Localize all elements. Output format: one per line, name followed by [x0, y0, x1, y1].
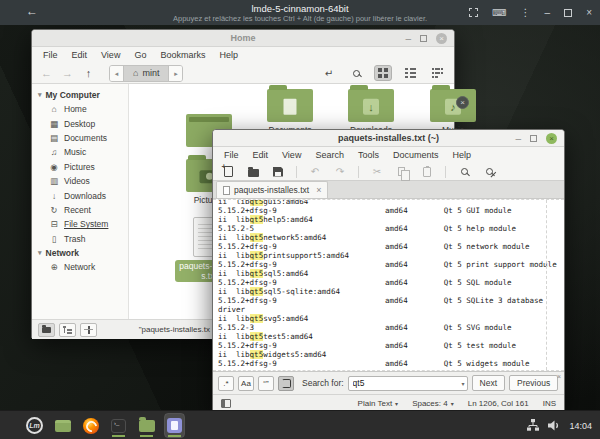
- editor-view[interactable]: ii libqt5gui5:amd645.15.2+dfsg-9 amd64 Q…: [213, 199, 564, 371]
- save-button[interactable]: [271, 165, 285, 179]
- breadcrumb-left-icon[interactable]: ◂: [110, 66, 123, 81]
- menu-edit[interactable]: Edit: [65, 50, 95, 60]
- vm-minimize-button[interactable]: –: [545, 8, 551, 18]
- tab-width-selector[interactable]: Spaces: 4 ▾: [412, 399, 454, 408]
- mint-logo-icon: Lm: [26, 417, 43, 434]
- sidebar-section-network[interactable]: ▾Network: [32, 246, 128, 260]
- open-button[interactable]: [246, 165, 260, 179]
- menu-go[interactable]: Go: [127, 50, 153, 60]
- new-document-button[interactable]: [221, 165, 235, 179]
- menu-search[interactable]: Search: [308, 150, 351, 160]
- videos-icon: ▥: [49, 176, 59, 186]
- search-input[interactable]: [348, 376, 468, 391]
- minimize-button[interactable]: –: [515, 135, 521, 143]
- dropdown-icon: ▾: [451, 400, 454, 407]
- whole-word-toggle-button[interactable]: “”: [258, 376, 274, 391]
- terminal-launcher[interactable]: [109, 414, 128, 437]
- search-input-wrap: ▾: [348, 376, 468, 391]
- network-icon[interactable]: [527, 417, 539, 435]
- vm-maximize-button[interactable]: [564, 9, 572, 17]
- edit-location-button[interactable]: ↵: [320, 65, 338, 81]
- kebab-menu-icon[interactable]: ⋮: [521, 8, 531, 18]
- desktop-close-icon[interactable]: ×: [456, 96, 469, 109]
- previous-button[interactable]: Previous: [509, 375, 558, 391]
- show-places-button[interactable]: [38, 323, 55, 337]
- menu-file[interactable]: File: [217, 150, 246, 160]
- menu-file[interactable]: File: [36, 50, 65, 60]
- back-icon[interactable]: ←: [26, 4, 38, 18]
- sidebar-item-file-system[interactable]: ⊟File System: [32, 217, 128, 231]
- sidebar-item-recent[interactable]: ↻Recent: [32, 203, 128, 217]
- sidebar-section-label: My Computer: [46, 90, 100, 100]
- show-desktop-icon: [55, 420, 71, 432]
- tab-paquets-installes[interactable]: paquets-installes.txt ×: [216, 181, 328, 198]
- list-view-button[interactable]: [401, 65, 419, 81]
- nav-up-button[interactable]: ↑: [80, 67, 97, 79]
- breadcrumb-location-button[interactable]: ⌂ mint: [123, 66, 169, 81]
- volume-icon[interactable]: [548, 417, 560, 435]
- paste-button[interactable]: [420, 165, 434, 179]
- zoom-slider[interactable]: [80, 323, 97, 337]
- menu-bookmarks[interactable]: Bookmarks: [153, 50, 212, 60]
- tab-close-icon[interactable]: ×: [316, 185, 321, 195]
- menu-help[interactable]: Help: [445, 150, 478, 160]
- close-button[interactable]: ×: [546, 133, 557, 144]
- search-history-dropdown-icon[interactable]: ▾: [462, 380, 465, 387]
- keyboard-icon[interactable]: ⌨: [492, 8, 506, 18]
- show-treeview-button[interactable]: [59, 323, 76, 337]
- menu-view[interactable]: View: [275, 150, 308, 160]
- replace-button[interactable]: [482, 165, 496, 179]
- sidebar-item-music[interactable]: ♫Music: [32, 145, 128, 159]
- maximize-button[interactable]: [530, 135, 537, 142]
- redo-button[interactable]: ↷: [333, 165, 347, 179]
- regex-toggle-button[interactable]: .*: [218, 376, 234, 391]
- vm-close-button[interactable]: ×: [586, 8, 592, 18]
- compact-view-button[interactable]: [428, 65, 446, 81]
- sidebar-item-network[interactable]: ⊕Network: [32, 260, 128, 274]
- wrap-around-toggle-button[interactable]: [278, 376, 294, 391]
- files-launcher[interactable]: [137, 414, 156, 437]
- text-editor-window: paquets-installes.txt (~) – × FileEditVi…: [212, 129, 565, 411]
- search-button[interactable]: [347, 65, 365, 81]
- menu-view[interactable]: View: [94, 50, 127, 60]
- search-close-icon[interactable]: ×: [557, 373, 561, 380]
- text-editor-titlebar[interactable]: paquets-installes.txt (~) – ×: [213, 130, 564, 147]
- icon-view-button[interactable]: [374, 65, 392, 81]
- nav-forward-button[interactable]: →: [59, 67, 76, 79]
- menu-help[interactable]: Help: [212, 50, 245, 60]
- menu-documents[interactable]: Documents: [386, 150, 446, 160]
- menu-tools[interactable]: Tools: [351, 150, 386, 160]
- nav-back-button[interactable]: ←: [38, 67, 55, 79]
- zoom-slider-icon: [84, 326, 93, 334]
- breadcrumb-right-icon[interactable]: ▸: [169, 66, 182, 81]
- sidebar-item-videos[interactable]: ▥Videos: [32, 174, 128, 188]
- sidebar-item-pictures[interactable]: ◉Pictures: [32, 160, 128, 174]
- cut-button[interactable]: ✂: [370, 165, 384, 179]
- match-case-toggle-button[interactable]: Aa: [238, 376, 254, 391]
- firefox-launcher[interactable]: [81, 414, 100, 437]
- sidebar-item-desktop[interactable]: ▦Desktop: [32, 116, 128, 130]
- sidebar-item-trash[interactable]: ▯Trash: [32, 232, 128, 246]
- side-pane-toggle-icon[interactable]: [221, 399, 231, 408]
- mint-menu-button[interactable]: Lm: [25, 414, 44, 437]
- maximize-button[interactable]: [420, 35, 427, 42]
- next-button[interactable]: Next: [472, 375, 505, 391]
- text-editor-launcher[interactable]: [165, 414, 184, 437]
- show-desktop-button[interactable]: [53, 414, 72, 437]
- code-line: driver: [218, 305, 564, 314]
- copy-button[interactable]: [395, 165, 409, 179]
- menu-edit[interactable]: Edit: [246, 150, 276, 160]
- sidebar-item-label: File System: [64, 219, 108, 229]
- sidebar-item-downloads[interactable]: ↓Downloads: [32, 188, 128, 202]
- fullscreen-icon[interactable]: [469, 8, 478, 17]
- clock[interactable]: 14:04: [569, 421, 592, 431]
- close-button[interactable]: ×: [436, 33, 447, 44]
- language-selector[interactable]: Plain Text ▾: [358, 399, 399, 408]
- sidebar-item-home[interactable]: ⌂Home: [32, 102, 128, 116]
- find-button[interactable]: [457, 165, 471, 179]
- minimize-button[interactable]: –: [405, 35, 411, 43]
- sidebar-section-my-computer[interactable]: ▾My Computer: [32, 88, 128, 102]
- file-manager-titlebar[interactable]: Home – ×: [32, 30, 454, 47]
- undo-button[interactable]: ↶: [308, 165, 322, 179]
- sidebar-item-documents[interactable]: ▤Documents: [32, 131, 128, 145]
